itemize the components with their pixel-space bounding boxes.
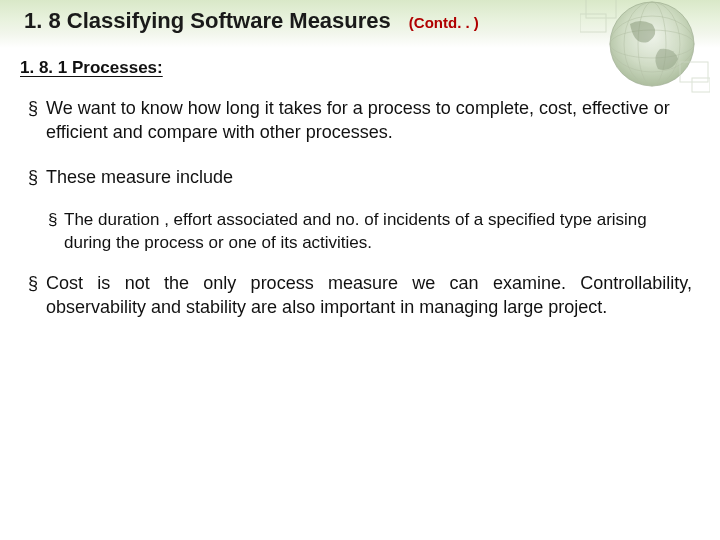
header-bar: 1. 8 Classifying Software Measures (Cont…: [0, 0, 720, 48]
svg-point-1: [610, 30, 694, 58]
bullet-2-sub-1: The duration , effort associated and no.…: [48, 209, 692, 255]
content-area: We want to know how long it takes for a …: [0, 78, 720, 319]
continued-marker: (Contd. . ): [409, 14, 479, 31]
slide: 1. 8 Classifying Software Measures (Cont…: [0, 0, 720, 540]
bullet-3: Cost is not the only process measure we …: [28, 271, 692, 320]
bullet-1: We want to know how long it takes for a …: [28, 96, 692, 145]
section-heading: 1. 8. 1 Processes:: [20, 58, 720, 78]
bullet-2: These measure include: [28, 165, 692, 189]
slide-title: 1. 8 Classifying Software Measures: [24, 8, 391, 34]
